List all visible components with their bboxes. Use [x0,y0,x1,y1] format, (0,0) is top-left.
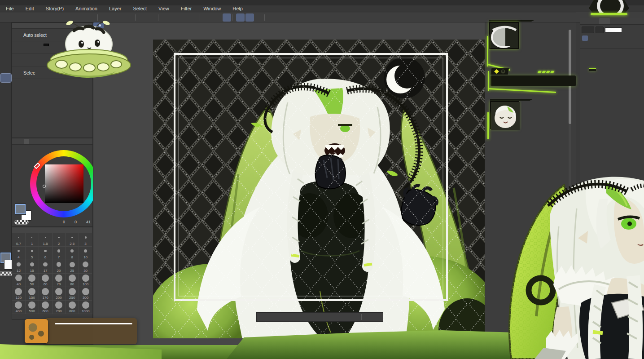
tool-button[interactable] [0,49,11,57]
tab-history-icon[interactable] [613,18,618,24]
layer-action-icon[interactable] [582,42,588,48]
brush-size-cell[interactable]: 700 [53,301,66,314]
selection-launcher-button[interactable] [326,314,334,320]
toolbar-button[interactable] [158,13,161,22]
brush-size-cell[interactable]: 50 [26,274,39,287]
toolbar-button[interactable] [204,13,212,22]
tool-button[interactable] [0,149,11,158]
layer-flag-icon[interactable] [605,35,611,41]
brush-size-cell[interactable]: 70 [53,274,66,287]
toolbar-button[interactable] [213,13,222,22]
menu-item[interactable]: File [0,6,20,11]
menu-item[interactable]: Layer [103,6,127,11]
brush-size-cell[interactable]: 250 [66,287,79,301]
layer-action-icon[interactable] [605,42,611,48]
tool-button[interactable] [0,141,11,150]
toolbar-button[interactable] [282,13,290,22]
toolbar-button[interactable] [255,13,263,22]
toolbar-button[interactable] [130,13,134,22]
combine-mode-dropdown[interactable] [582,27,594,33]
menu-item[interactable]: Edit [20,6,40,11]
brush-size-cell[interactable]: 200 [53,287,66,301]
brush-size-cell[interactable]: 25 [66,260,79,274]
tool-button[interactable] [0,158,11,166]
selection-launcher-button[interactable] [301,314,308,320]
tool-button[interactable] [0,183,11,191]
sv-marker[interactable] [43,185,46,188]
brush-size-cell[interactable]: 40 [12,274,26,287]
toolbar-button[interactable] [97,13,101,22]
brush-size-cell[interactable]: 800 [66,301,79,314]
menu-item[interactable]: Help [227,6,249,11]
selection-launcher-button[interactable] [267,314,274,320]
brush-size-cell[interactable]: 7 [53,247,66,260]
tab-color-mix-icon[interactable] [43,139,48,144]
brush-size-cell[interactable]: 100 [79,274,92,287]
tool-button[interactable] [0,133,11,141]
tool-button[interactable] [0,199,11,208]
brush-size-cell[interactable]: 0.7 [12,233,26,247]
brush-size-cell[interactable]: 15 [26,260,39,274]
selection-launcher-button[interactable] [343,314,351,320]
progress-bar[interactable] [55,323,132,324]
layer-flag-icon[interactable] [613,35,618,41]
tool-button[interactable] [0,57,11,66]
selection-launcher-button[interactable] [284,314,291,320]
layer-action-icon[interactable] [597,42,604,48]
selection-launcher-button[interactable] [318,314,325,320]
brush-size-cell[interactable]: 500 [26,301,39,314]
tool-button[interactable] [0,91,11,99]
tab-color-triangle-icon[interactable] [52,139,57,144]
tool-button[interactable] [0,82,11,91]
menu-item[interactable]: Filter [175,6,197,11]
tool-button[interactable] [0,65,11,74]
toolbar-button[interactable] [264,13,267,22]
toolbar-button[interactable] [190,13,199,22]
close-icon[interactable] [638,0,642,4]
selection-launcher-button[interactable] [292,314,300,320]
music-player[interactable] [45,318,137,344]
toolbar-button[interactable] [139,13,148,22]
brush-size-cell[interactable]: 60 [39,274,53,287]
brush-size-cell[interactable]: 17 [39,260,53,274]
toolbar-button[interactable] [111,13,119,22]
toolbar-button[interactable] [171,13,180,22]
tool-button[interactable] [0,174,11,183]
tab-color-palette-icon[interactable] [71,139,76,144]
layer-action-icon[interactable] [635,42,642,48]
panel-menu-icon[interactable] [13,23,18,28]
menu-item[interactable]: Window [197,6,227,11]
brush-size-cell[interactable]: 300 [79,287,92,301]
menu-item[interactable]: Story(P) [40,6,70,11]
brush-size-cell[interactable]: 400 [12,301,26,314]
tool-button[interactable] [0,191,11,200]
import-subtool-icon[interactable] [68,131,74,136]
tool-button[interactable] [0,23,11,32]
tab-overflow-icon[interactable] [85,139,90,144]
toolbar-button[interactable] [101,13,110,22]
menu-item[interactable]: Select [127,6,153,11]
brush-size-cell[interactable]: 20 [53,260,66,274]
toolbar-button[interactable] [245,13,254,22]
brush-size-cell[interactable]: 1.5 [39,233,53,247]
tool-button[interactable] [0,40,11,49]
tool-button[interactable] [0,74,11,82]
menu-item[interactable]: View [153,6,175,11]
duplicate-subtool-icon[interactable] [77,131,82,136]
layer-flag-icon[interactable] [620,35,626,41]
tab-color-wheel-icon[interactable] [24,139,29,144]
layer-action-icon[interactable] [590,42,596,48]
toolbar-button[interactable] [149,13,157,22]
layer-action-icon[interactable] [628,42,634,48]
canvas-viewport[interactable] [93,28,485,338]
tool-button[interactable] [0,116,11,124]
layer-flag-icon[interactable] [597,35,603,41]
tab-layer[interactable] [599,18,610,24]
layer-flag-icon[interactable] [582,35,588,41]
brush-size-cell[interactable]: 30 [79,260,92,274]
brush-size-cell[interactable]: 8 [66,247,79,260]
panel-menu-icon[interactable] [14,139,20,144]
toolbar-button[interactable] [268,13,277,22]
tool-button[interactable] [0,208,11,217]
menu-item[interactable]: Animation [70,6,103,11]
